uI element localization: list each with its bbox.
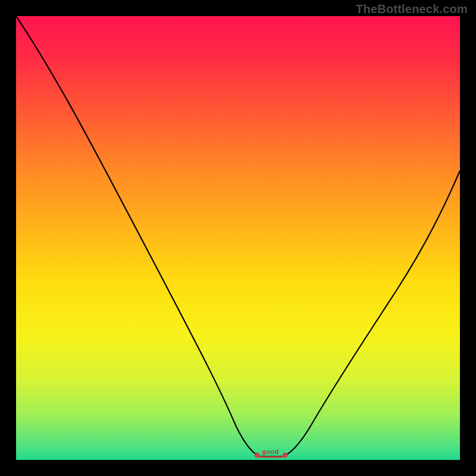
plot-area: good [16, 16, 460, 460]
valley-label: good [262, 448, 279, 455]
valley-dot-right [283, 453, 288, 458]
chart-frame: TheBottleneck.com good [0, 0, 476, 476]
attribution-label: TheBottleneck.com [356, 2, 468, 16]
valley-dot-left [255, 453, 260, 458]
bottleneck-curve-path [16, 16, 460, 456]
curve-svg [16, 16, 460, 460]
